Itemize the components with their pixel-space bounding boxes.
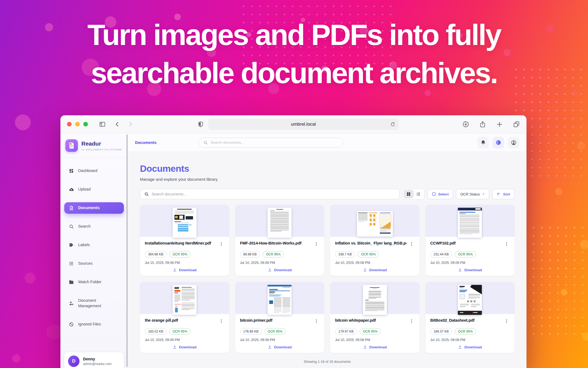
- download-label: Download: [179, 268, 197, 272]
- app-header: Documents: [128, 133, 526, 152]
- document-thumbnail[interactable]: [425, 282, 515, 314]
- sidebar-item-ignored-files[interactable]: Ignored Files: [64, 319, 124, 330]
- document-menu-button[interactable]: [313, 241, 319, 248]
- download-label: Download: [369, 345, 387, 349]
- document-card[interactable]: the orange pill.pdf 183.02 KB OCR 95% Ju…: [140, 282, 229, 353]
- document-preview-page: [458, 208, 482, 238]
- document-card[interactable]: bitcoin whitepaper.pdf 179.97 KB OCR 95%…: [330, 282, 419, 353]
- document-menu-button[interactable]: [218, 241, 224, 248]
- privacy-shield-button[interactable]: [197, 121, 204, 128]
- close-button[interactable]: [67, 122, 72, 126]
- background-dot: [12, 354, 20, 363]
- download-link[interactable]: Download: [363, 268, 387, 272]
- reload-button[interactable]: [390, 122, 396, 127]
- document-card[interactable]: Installationsanleitung NerdMiner.pdf 364…: [140, 205, 229, 276]
- download-link[interactable]: Download: [173, 268, 197, 272]
- user-card[interactable]: D Denny admin@readur.com: [64, 352, 124, 368]
- document-card[interactable]: FMF-2014-How-Bitcoin-Works.pdf 86.86 KB …: [235, 205, 324, 276]
- document-card-body: Installationsanleitung NerdMiner.pdf 364…: [140, 237, 229, 276]
- document-title[interactable]: FMF-2014-How-Bitcoin-Works.pdf: [240, 241, 311, 245]
- ocr-status-filter[interactable]: OCR Status: [456, 189, 489, 199]
- hero-line-2: searchable document archives.: [0, 54, 588, 92]
- document-title[interactable]: Installationsanleitung NerdMiner.pdf: [145, 241, 216, 245]
- document-thumbnail[interactable]: [330, 282, 419, 314]
- sidebar-item-document-management[interactable]: Document Management: [64, 295, 124, 312]
- header-search-input[interactable]: [210, 140, 338, 144]
- download-link[interactable]: Download: [458, 345, 482, 349]
- document-title[interactable]: BitBox02_Datasheet.pdf: [430, 318, 502, 322]
- document-menu-button[interactable]: [504, 318, 510, 325]
- sidebar-item-labels[interactable]: Labels: [64, 239, 124, 251]
- upload-icon: [69, 187, 74, 192]
- breadcrumb[interactable]: Documents: [135, 140, 157, 145]
- document-menu-button[interactable]: [409, 318, 415, 325]
- sidebar-item-documents[interactable]: Documents: [64, 202, 124, 214]
- document-menu-button[interactable]: [409, 241, 415, 248]
- tab-overview-button[interactable]: [513, 121, 520, 128]
- document-badges: 189.37 KB OCR 95%: [430, 328, 510, 335]
- file-size-badge: 179.97 KB: [335, 328, 357, 335]
- document-title[interactable]: bitcoin.primer.pdf: [240, 318, 311, 322]
- list-view-button[interactable]: [414, 190, 423, 198]
- download-link[interactable]: Download: [458, 268, 482, 272]
- downloads-button[interactable]: [462, 121, 469, 128]
- url-text[interactable]: umbrel.local: [291, 122, 316, 127]
- download-label: Download: [464, 268, 482, 272]
- sidebar-toggle-button[interactable]: [99, 121, 106, 128]
- view-toggle: [403, 189, 424, 200]
- notifications-button[interactable]: [477, 137, 489, 148]
- download-icon: [268, 345, 272, 349]
- page-title: Documents: [140, 163, 514, 174]
- document-thumbnail[interactable]: [235, 282, 324, 314]
- back-button[interactable]: [114, 121, 121, 128]
- sidebar-item-upload[interactable]: Upload: [64, 184, 124, 195]
- labels-icon: [69, 242, 74, 248]
- download-link[interactable]: Download: [268, 268, 292, 272]
- document-title[interactable]: CCWP102.pdf: [430, 241, 502, 245]
- sidebar-item-dashboard[interactable]: Dashboard: [64, 165, 124, 177]
- document-card[interactable]: BitBox02_Datasheet.pdf 189.37 KB OCR 95%…: [425, 282, 515, 353]
- sort-icon: [497, 192, 501, 196]
- minimize-button[interactable]: [75, 122, 80, 126]
- download-link[interactable]: Download: [268, 345, 292, 349]
- sidebar-scrollbar[interactable]: [127, 134, 127, 367]
- document-thumbnail[interactable]: [330, 205, 419, 237]
- documents-search[interactable]: [140, 189, 400, 199]
- theme-toggle-button[interactable]: [493, 137, 504, 148]
- sidebar-item-search[interactable]: Search: [64, 221, 124, 232]
- sidebar-item-sources[interactable]: Sources: [64, 258, 124, 269]
- account-button[interactable]: [508, 137, 519, 148]
- share-button[interactable]: [479, 121, 486, 128]
- sort-button[interactable]: Sort: [492, 189, 514, 199]
- document-title[interactable]: Inflation vs. Bitcoin_ Flyer lang_RGB.pd…: [335, 241, 406, 245]
- document-menu-button[interactable]: [218, 318, 224, 325]
- download-link[interactable]: Download: [363, 345, 387, 349]
- zoom-button[interactable]: [83, 122, 88, 126]
- document-thumbnail[interactable]: [140, 282, 229, 314]
- document-card[interactable]: bitcoin.primer.pdf 176.66 KB OCR 95% Jul…: [235, 282, 324, 353]
- document-thumbnail[interactable]: [140, 205, 229, 237]
- document-card[interactable]: Inflation vs. Bitcoin_ Flyer lang_RGB.pd…: [330, 205, 419, 276]
- document-card-body: the orange pill.pdf 183.02 KB OCR 95% Ju…: [140, 314, 229, 353]
- kebab-icon: [504, 242, 509, 246]
- document-card-body: BitBox02_Datasheet.pdf 189.37 KB OCR 95%…: [425, 314, 515, 353]
- forward-button[interactable]: [127, 121, 134, 128]
- address-bar[interactable]: umbrel.local: [208, 119, 399, 130]
- download-link[interactable]: Download: [173, 345, 197, 349]
- document-thumbnail[interactable]: [425, 205, 515, 237]
- document-title[interactable]: bitcoin whitepaper.pdf: [335, 318, 406, 322]
- document-date: Jul 10, 2025, 09:08 PM: [240, 261, 320, 265]
- document-preview-page: [173, 208, 197, 238]
- document-title[interactable]: the orange pill.pdf: [145, 318, 216, 322]
- new-tab-button[interactable]: [496, 121, 503, 128]
- header-search[interactable]: [198, 138, 343, 147]
- documents-search-input[interactable]: [152, 192, 396, 196]
- document-thumbnail[interactable]: [235, 205, 324, 237]
- document-menu-button[interactable]: [313, 318, 319, 325]
- document-date: Jul 10, 2025, 09:08 PM: [240, 338, 320, 342]
- sidebar-item-watch-folder[interactable]: Watch Folder: [64, 276, 124, 288]
- document-card[interactable]: CCWP102.pdf 231.44 KB OCR 95% Jul 10, 20…: [425, 205, 515, 276]
- document-menu-button[interactable]: [504, 241, 510, 248]
- select-button[interactable]: Select: [427, 189, 453, 199]
- grid-view-button[interactable]: [404, 190, 414, 198]
